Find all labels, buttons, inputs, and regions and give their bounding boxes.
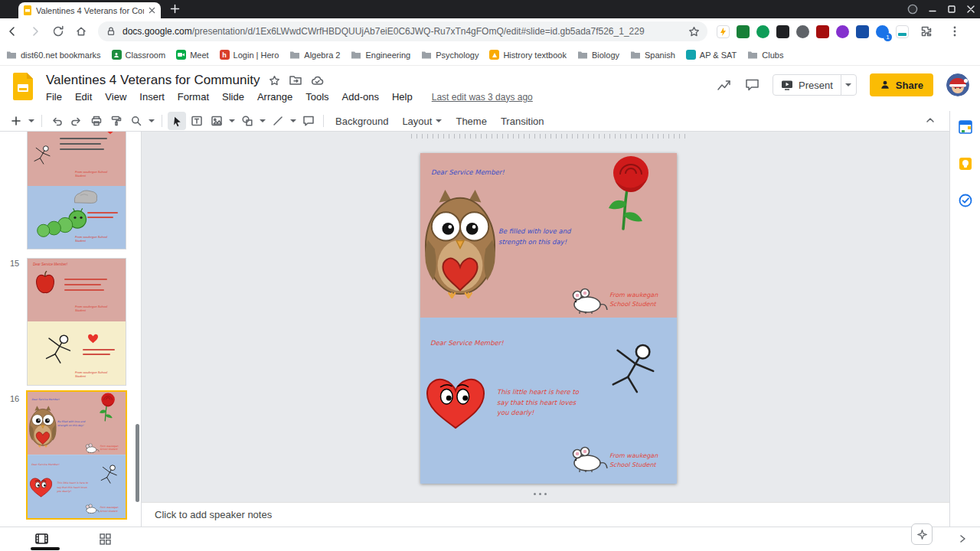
keep-icon[interactable] — [959, 157, 972, 171]
owl-image[interactable] — [423, 187, 498, 298]
back-button[interactable] — [2, 21, 23, 42]
comment-history-icon[interactable] — [745, 78, 760, 92]
valentine-card-top[interactable]: Dear Service Member! Be filled with love… — [420, 153, 677, 318]
tab-close-icon[interactable] — [149, 7, 155, 14]
slide-thumbnail-16-selected[interactable]: Dear Service Member! Be filled with love… — [26, 390, 127, 520]
bookmark-ap-sat[interactable]: AP & SAT — [686, 50, 737, 60]
extension-icon-3[interactable] — [756, 25, 769, 38]
activity-dashboard-icon[interactable] — [717, 78, 732, 92]
bookmark-dist60[interactable]: dist60.net bookmarks — [6, 51, 101, 60]
bookmark-history-textbook[interactable]: Histrory textbook — [489, 50, 567, 60]
zoom-dropdown[interactable] — [147, 112, 156, 130]
grid-view-button[interactable] — [100, 533, 111, 545]
bookmark-psychology[interactable]: Psychology — [421, 51, 479, 60]
slide-thumbnail-14[interactable]: From waukegan School Student From waukeg… — [28, 132, 126, 249]
extension-icon-2[interactable] — [737, 25, 750, 38]
menu-addons[interactable]: Add-ons — [342, 91, 379, 103]
move-folder-icon[interactable] — [289, 75, 302, 86]
speaker-notes-area[interactable]: Click to add speaker notes — [142, 502, 949, 527]
image-dropdown[interactable] — [227, 112, 237, 130]
explore-button[interactable] — [911, 523, 933, 545]
select-tool-button[interactable] — [168, 112, 186, 130]
extensions-puzzle-icon[interactable] — [916, 21, 937, 42]
maximize-icon[interactable] — [947, 5, 956, 14]
mouse-image[interactable] — [567, 446, 609, 472]
layout-button[interactable]: Layout — [396, 112, 448, 130]
browser-menu-kebab-icon[interactable] — [944, 21, 965, 42]
extension-icon-4[interactable] — [776, 25, 789, 38]
bookmark-hero[interactable]: hLogin | Hero — [220, 50, 279, 60]
bookmark-spanish[interactable]: Spanish — [630, 51, 675, 60]
bookmark-engineering[interactable]: Engineering — [351, 51, 410, 60]
site-info-lock-icon[interactable] — [106, 26, 116, 37]
current-slide[interactable]: Dear Service Member! Be filled with love… — [420, 153, 677, 484]
line-tool-button[interactable] — [269, 112, 287, 130]
extension-icon-9[interactable]: 1 — [876, 25, 889, 38]
extension-icon-7[interactable] — [836, 25, 849, 38]
card-greeting[interactable]: Dear Service Member! — [431, 168, 505, 176]
print-button[interactable] — [87, 112, 106, 130]
notes-resize-handle[interactable] — [534, 493, 547, 495]
share-button[interactable]: Share — [870, 73, 933, 96]
stick-figure-image[interactable] — [607, 343, 659, 396]
new-tab-button[interactable] — [170, 4, 180, 14]
menu-edit[interactable]: Edit — [75, 91, 92, 103]
insert-image-button[interactable] — [207, 112, 226, 130]
filmstrip-scrollbar[interactable] — [136, 424, 139, 502]
profile-avatar[interactable] — [946, 73, 969, 96]
bookmark-biology[interactable]: Biology — [577, 51, 619, 60]
menu-help[interactable]: Help — [392, 91, 413, 103]
insert-comment-button[interactable] — [299, 112, 318, 130]
slide-canvas[interactable]: Dear Service Member! Be filled with love… — [142, 132, 949, 502]
minimize-icon[interactable] — [928, 5, 937, 14]
star-document-icon[interactable] — [269, 75, 280, 86]
bookmark-meet[interactable]: Meet — [176, 50, 208, 60]
forward-button[interactable] — [24, 21, 46, 42]
extension-icon-10[interactable] — [896, 25, 909, 38]
card-signature[interactable]: From waukegan School Student — [609, 452, 658, 471]
cloud-status-icon[interactable] — [311, 75, 324, 86]
last-edit-link[interactable]: Last edit was 3 days ago — [432, 92, 533, 103]
zoom-button[interactable] — [127, 112, 145, 130]
menu-format[interactable]: Format — [178, 91, 209, 103]
undo-button[interactable] — [47, 112, 66, 130]
collapse-menus-button[interactable] — [925, 115, 936, 126]
menu-tools[interactable]: Tools — [305, 91, 328, 103]
card-message[interactable]: This little heart is here to say that th… — [497, 387, 589, 419]
card-signature[interactable]: From waukegan School Student — [609, 291, 658, 310]
redo-button[interactable] — [67, 112, 86, 130]
menu-file[interactable]: File — [46, 91, 62, 103]
card-message[interactable]: Be filled with love and strength on this… — [498, 227, 602, 247]
transition-button[interactable]: Transition — [495, 112, 550, 130]
mouse-image[interactable] — [567, 288, 609, 314]
calendar-icon[interactable] — [959, 120, 972, 134]
menu-arrange[interactable]: Arrange — [257, 91, 292, 103]
extension-icon-5[interactable] — [796, 25, 809, 38]
home-button[interactable] — [70, 21, 92, 42]
new-slide-dropdown[interactable] — [27, 112, 36, 130]
paint-format-button[interactable] — [107, 112, 126, 130]
browser-tab[interactable]: Valentines 4 Veterans for Comm — [18, 2, 161, 18]
line-dropdown[interactable] — [289, 112, 298, 130]
text-box-button[interactable] — [188, 112, 206, 130]
extension-icon-1[interactable] — [717, 25, 730, 38]
rose-image[interactable] — [602, 155, 657, 231]
valentine-card-bottom[interactable]: Dear Service Member! This little heart i… — [420, 318, 677, 484]
bookmark-algebra2[interactable]: Algebra 2 — [289, 51, 340, 60]
menu-insert[interactable]: Insert — [139, 91, 165, 103]
speaker-notes-placeholder[interactable]: Click to add speaker notes — [155, 509, 272, 520]
shape-dropdown[interactable] — [258, 112, 267, 130]
present-dropdown[interactable] — [841, 75, 856, 95]
document-title[interactable]: Valentines 4 Veterans for Community — [46, 73, 260, 88]
menu-slide[interactable]: Slide — [222, 91, 244, 103]
extension-icon-6[interactable] — [816, 25, 829, 38]
new-slide-button[interactable] — [7, 112, 25, 130]
bookmark-clubs[interactable]: Clubs — [747, 51, 783, 60]
slide-thumbnail-15[interactable]: Dear Service Member! From waukegan Schoo… — [28, 259, 126, 385]
slides-logo-icon[interactable] — [13, 73, 34, 100]
tasks-icon[interactable] — [959, 194, 972, 207]
collapse-side-panel-chevron[interactable] — [957, 533, 968, 544]
theme-button[interactable]: Theme — [449, 112, 492, 130]
address-bar[interactable]: docs.google.com /presentation/d/1Ex6LWwd… — [98, 21, 707, 41]
menu-view[interactable]: View — [105, 91, 126, 103]
